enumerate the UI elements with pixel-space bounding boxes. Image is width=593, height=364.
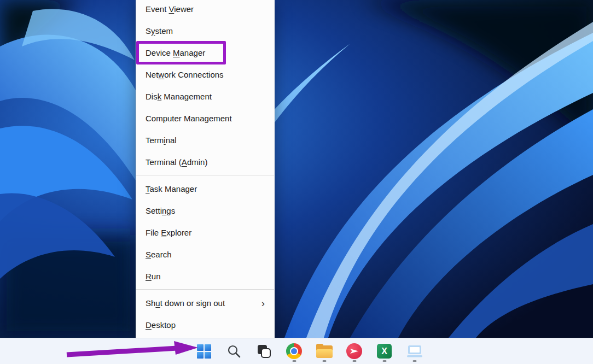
access-key: A	[182, 157, 187, 167]
label-part: Term	[146, 136, 164, 145]
label-part: Management	[161, 92, 212, 101]
label-part: nal	[166, 136, 177, 145]
chrome-icon	[286, 343, 302, 359]
label-part: gs	[166, 206, 175, 215]
label-part: esktop	[152, 320, 176, 330]
running-indicator	[412, 360, 416, 362]
menu-item-file-explorer[interactable]: File Explorer	[136, 221, 275, 243]
running-indicator	[292, 360, 296, 362]
menu-item-run[interactable]: Run	[136, 265, 275, 287]
taskbar: X	[0, 338, 593, 364]
excel-letter: X	[381, 347, 387, 356]
menu-item-label: Search	[146, 250, 172, 259]
winx-context-menu: Event Viewer System Device Manager Netwo…	[136, 0, 275, 338]
menu-item-label: Device Manager	[146, 48, 205, 57]
running-indicator	[382, 360, 386, 362]
menu-item-label: Computer Management	[146, 114, 232, 123]
menu-separator	[136, 289, 274, 290]
label-part: xplorer	[166, 228, 191, 237]
label-part: Event	[146, 4, 169, 14]
label-part: Sh	[146, 298, 155, 308]
label-part: Dis	[146, 92, 158, 101]
label-part: Setti	[146, 206, 162, 215]
access-key: R	[146, 272, 152, 281]
menu-item-terminal[interactable]: Terminal	[136, 129, 275, 151]
laptop-app-button[interactable]	[403, 340, 426, 362]
file-explorer-button[interactable]	[313, 340, 335, 362]
task-view-button[interactable]	[253, 340, 275, 362]
menu-item-event-viewer[interactable]: Event Viewer	[136, 0, 275, 20]
desktop-wallpaper	[0, 0, 593, 338]
label-part: anager	[180, 48, 206, 57]
access-key: u	[155, 298, 160, 308]
menu-item-settings[interactable]: Settings	[136, 199, 275, 221]
menu-item-search[interactable]: Search	[136, 243, 275, 265]
label-part: Device	[146, 48, 173, 57]
menu-item-label: Desktop	[146, 320, 176, 330]
menu-item-label: Settings	[146, 206, 175, 215]
menu-item-device-manager[interactable]: Device Manager	[136, 42, 275, 63]
laptop-app-icon	[406, 344, 423, 359]
menu-item-disk-management[interactable]: Disk Management	[136, 85, 275, 107]
label-part: earch	[151, 250, 172, 259]
label-part: dmin)	[187, 157, 208, 167]
menu-item-desktop[interactable]: Desktop	[136, 314, 275, 336]
menu-item-label: System	[146, 26, 173, 36]
access-key: M	[173, 48, 180, 57]
menu-item-computer-management[interactable]: Computer Management	[136, 107, 275, 129]
running-indicator	[322, 360, 326, 362]
label-part: File	[146, 228, 161, 237]
search-button[interactable]	[223, 340, 245, 362]
windows-start-icon	[197, 344, 211, 359]
running-indicator	[352, 360, 356, 362]
menu-item-label: Terminal	[146, 136, 177, 145]
menu-item-label: Network Connections	[146, 70, 224, 79]
menu-item-label: Run	[146, 272, 161, 281]
submenu-chevron-icon: ›	[261, 298, 267, 308]
access-key: V	[169, 4, 175, 14]
taskbar-icon-group: X	[193, 340, 426, 362]
bloom-wallpaper-art	[0, 0, 593, 338]
excel-button[interactable]: X	[373, 340, 396, 362]
menu-item-label: File Explorer	[146, 228, 191, 237]
menu-item-system[interactable]: System	[136, 20, 275, 42]
menu-item-shut-down-or-sign-out[interactable]: Shut down or sign out ›	[136, 292, 275, 314]
access-key: S	[146, 250, 151, 259]
label-part: t down or sign out	[160, 298, 225, 308]
label-part: S	[146, 26, 151, 36]
label-part: Net	[146, 70, 158, 79]
start-button[interactable]	[193, 340, 215, 362]
label-part: ask Manager	[150, 184, 197, 193]
red-arrow-app-icon	[346, 343, 362, 359]
access-key: E	[161, 228, 166, 237]
menu-item-label: Disk Management	[146, 92, 212, 101]
menu-item-network-connections[interactable]: Network Connections	[136, 63, 275, 85]
label-part: Computer Mana	[146, 114, 205, 123]
menu-separator	[136, 175, 274, 175]
menu-item-label: Shut down or sign out	[146, 298, 225, 308]
menu-item-label: Task Manager	[146, 184, 197, 193]
label-part: iewer	[174, 4, 194, 14]
menu-item-terminal-admin[interactable]: Terminal (Admin)	[136, 151, 275, 173]
red-arrow-app-button[interactable]	[343, 340, 365, 362]
access-key: D	[146, 320, 152, 330]
access-key: g	[205, 114, 209, 123]
label-part: stem	[155, 26, 173, 36]
access-key: w	[158, 70, 164, 79]
label-part: ement	[209, 114, 232, 123]
menu-item-task-manager[interactable]: Task Manager	[136, 178, 275, 199]
label-part: ork Connections	[164, 70, 223, 79]
chrome-button[interactable]	[283, 340, 305, 362]
task-view-icon	[257, 344, 271, 359]
excel-icon: X	[377, 344, 392, 359]
menu-item-label: Event Viewer	[146, 4, 194, 14]
access-key: T	[146, 184, 150, 193]
label-part: Terminal (	[146, 157, 182, 167]
search-icon	[226, 344, 241, 359]
menu-item-label: Terminal (Admin)	[146, 157, 207, 167]
label-part: un	[152, 272, 161, 281]
access-key: y	[151, 26, 155, 36]
file-explorer-icon	[316, 344, 333, 358]
